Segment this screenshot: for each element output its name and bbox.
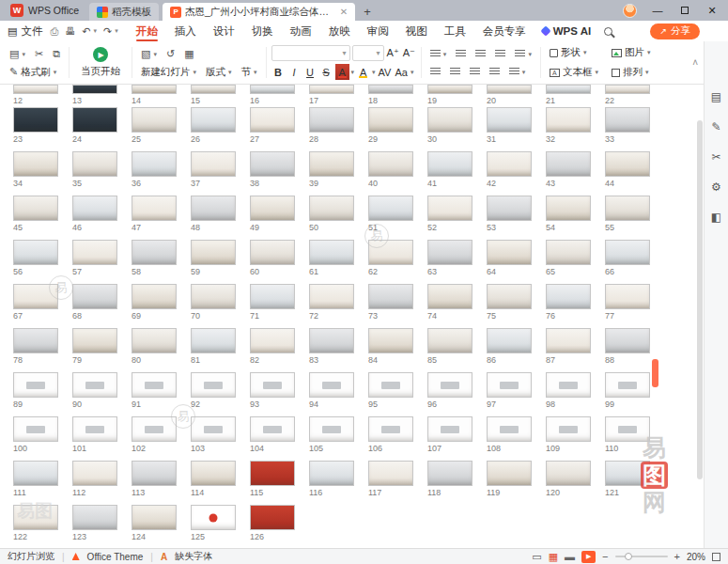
reset-slide-button[interactable]: ↺ xyxy=(163,45,178,63)
slide-thumbnail[interactable] xyxy=(605,107,650,133)
justify-button[interactable] xyxy=(486,63,503,81)
slide-thumbnail[interactable] xyxy=(309,461,354,486)
increase-font-button[interactable]: A⁺ xyxy=(386,45,400,61)
slide-thumbnail[interactable] xyxy=(132,85,177,94)
slide-thumbnail[interactable] xyxy=(546,416,591,442)
slide-thumbnail[interactable] xyxy=(132,107,177,133)
shapes-button[interactable]: 形状▾ xyxy=(546,44,602,62)
increase-indent-button[interactable] xyxy=(491,45,509,63)
ribbon-tab-insert[interactable]: 插入 xyxy=(166,21,205,41)
new-slide-button[interactable]: 新建幻灯片▾ xyxy=(137,63,200,81)
change-case-caret-icon[interactable]: ▾ xyxy=(410,69,414,76)
underline-button[interactable]: U xyxy=(303,64,318,80)
slide-thumbnail[interactable] xyxy=(546,107,591,133)
slide-thumbnail[interactable] xyxy=(605,328,650,353)
file-menu-button[interactable]: ▤ 文件 xyxy=(8,24,42,39)
notes-panel-icon[interactable]: ✎ xyxy=(711,120,720,133)
slide-thumbnail[interactable] xyxy=(13,85,58,94)
slide-thumbnail[interactable] xyxy=(427,85,472,94)
selection-panel-icon[interactable]: ◧ xyxy=(711,211,721,224)
italic-button[interactable]: I xyxy=(287,64,302,80)
slide-thumbnail[interactable] xyxy=(13,151,58,177)
slide-thumbnail[interactable] xyxy=(132,416,177,442)
slide-thumbnail[interactable] xyxy=(487,328,532,353)
slide-thumbnail-tool-button[interactable]: ▧▾ xyxy=(137,45,161,63)
section-button[interactable]: 节▾ xyxy=(238,63,261,81)
slide-thumbnail[interactable] xyxy=(605,196,650,221)
slide-thumbnail[interactable] xyxy=(546,151,591,177)
slide-thumbnail[interactable] xyxy=(191,107,236,133)
search-icon[interactable] xyxy=(604,27,612,36)
slide-thumbnail[interactable] xyxy=(487,372,532,398)
slide-thumbnail[interactable] xyxy=(546,85,591,94)
slide-thumbnail[interactable] xyxy=(605,416,650,442)
slide-thumbnail[interactable] xyxy=(72,416,117,442)
strikethrough-button[interactable]: S xyxy=(319,64,333,80)
slide-thumbnail[interactable] xyxy=(250,151,295,177)
font-color-caret-icon[interactable]: ▾ xyxy=(351,69,355,76)
numbered-list-button[interactable] xyxy=(452,45,470,63)
slide-thumbnail[interactable] xyxy=(250,416,295,442)
normal-view-icon[interactable]: ▭ xyxy=(532,551,541,563)
slide-thumbnail[interactable] xyxy=(250,196,295,221)
bold-button[interactable]: B xyxy=(271,64,286,80)
share-button[interactable]: ↗ 分享 xyxy=(650,24,700,39)
slide-thumbnail[interactable] xyxy=(368,328,413,353)
minimize-button[interactable]: — xyxy=(645,0,670,21)
slide-thumbnail[interactable] xyxy=(546,240,591,265)
highlight-color-button[interactable]: A xyxy=(356,64,370,80)
slide-thumbnail[interactable] xyxy=(13,284,58,309)
undo-caret-icon[interactable]: ▾ xyxy=(93,27,97,35)
slide-thumbnail[interactable] xyxy=(487,151,532,177)
redo-caret-icon[interactable]: ▾ xyxy=(115,27,118,35)
slide-thumbnail[interactable] xyxy=(13,416,58,442)
slide-thumbnail[interactable] xyxy=(309,107,354,133)
slide-thumbnail[interactable] xyxy=(605,240,650,265)
font-size-select[interactable]: ▾ xyxy=(352,45,384,61)
ribbon-tab-membership[interactable]: 会员专享 xyxy=(474,21,534,41)
ribbon-tab-view[interactable]: 视图 xyxy=(397,21,436,41)
slide-thumbnail[interactable] xyxy=(309,328,354,353)
slide-thumbnail[interactable] xyxy=(487,416,532,442)
slide-thumbnail[interactable] xyxy=(13,196,58,221)
slide-thumbnail[interactable] xyxy=(72,284,117,309)
line-spacing-button[interactable]: ▾ xyxy=(511,45,535,63)
text-direction-button[interactable]: ▾ xyxy=(505,63,530,81)
slide-thumbnail[interactable] xyxy=(132,151,177,177)
slide-thumbnail[interactable] xyxy=(427,461,472,486)
highlight-caret-icon[interactable]: ▾ xyxy=(372,69,376,76)
slide-thumbnail[interactable] xyxy=(309,151,354,177)
format-painter-button[interactable]: ✎ 格式刷 ▾ xyxy=(6,63,60,81)
cut-button[interactable]: ✂ xyxy=(31,45,47,63)
arrange-button[interactable]: 排列▾ xyxy=(608,64,655,82)
slide-thumbnail[interactable] xyxy=(250,85,295,94)
app-home-tab[interactable]: W WPS Office xyxy=(4,0,85,21)
slide-thumbnail[interactable] xyxy=(191,196,236,221)
slide-thumbnail[interactable] xyxy=(309,85,354,94)
slide-thumbnail[interactable] xyxy=(72,196,117,221)
slide-thumbnail[interactable] xyxy=(487,107,532,133)
slide-thumbnail[interactable] xyxy=(72,328,117,353)
ribbon-tab-design[interactable]: 设计 xyxy=(205,21,243,41)
layout-button[interactable]: 版式▾ xyxy=(202,63,236,81)
slide-thumbnail[interactable] xyxy=(191,151,236,177)
slide-thumbnail[interactable] xyxy=(368,372,413,398)
slide-thumbnail[interactable] xyxy=(427,372,472,398)
slide-thumbnail[interactable] xyxy=(191,416,236,442)
slide-thumbnail[interactable] xyxy=(132,372,177,398)
slide-thumbnail[interactable] xyxy=(309,416,354,442)
properties-panel-icon[interactable]: ▤ xyxy=(711,90,721,103)
slide-thumbnail[interactable] xyxy=(72,151,117,177)
slide-thumbnail[interactable] xyxy=(368,196,413,221)
slide-thumbnail[interactable] xyxy=(13,107,58,133)
slide-thumbnail[interactable] xyxy=(427,328,472,353)
slide-thumbnail[interactable] xyxy=(427,196,472,221)
zoom-slider-knob[interactable] xyxy=(625,553,632,560)
fit-window-icon[interactable] xyxy=(712,553,720,561)
slide-thumbnail[interactable] xyxy=(427,151,472,177)
slide-thumbnail[interactable] xyxy=(546,196,591,221)
tab-close-icon[interactable]: ✕ xyxy=(340,7,348,17)
slide-thumbnail[interactable] xyxy=(309,240,354,265)
character-spacing-button[interactable]: AV xyxy=(378,64,393,80)
slide-thumbnail[interactable] xyxy=(368,240,413,265)
